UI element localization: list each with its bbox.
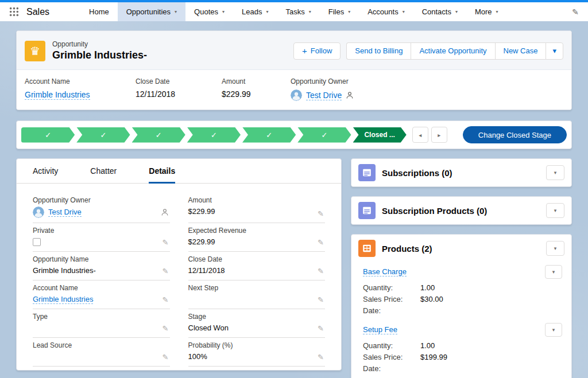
edit-pencil-icon[interactable]: ✎ (318, 324, 324, 333)
edit-pencil-icon[interactable]: ✎ (318, 267, 324, 275)
change-owner-icon[interactable] (346, 91, 354, 99)
highlight-label: Amount (222, 77, 283, 85)
path-stage-closed[interactable]: Closed ... (353, 127, 407, 143)
edit-pencil-icon[interactable]: ✎ (318, 209, 324, 218)
nav-tab-contacts[interactable]: Contacts▾ (413, 2, 466, 21)
subscription-products-title[interactable]: Subscription Products (0) (382, 206, 540, 216)
edit-pencil-icon[interactable]: ✎ (318, 353, 324, 361)
owner-link[interactable]: Test Drive (306, 91, 342, 100)
account-name-link[interactable]: Grimble Industries (33, 295, 93, 304)
follow-button[interactable]: + Follow (293, 42, 341, 60)
tab-chatter[interactable]: Chatter (90, 159, 117, 183)
activate-opportunity-button[interactable]: Activate Opportunity (411, 42, 494, 60)
header-actions: + Follow Send to Billing Activate Opport… (293, 42, 563, 60)
product-field-value: 1.00 (420, 283, 562, 292)
app-launcher-icon[interactable] (9, 7, 20, 17)
nav-tab-more[interactable]: More▾ (466, 2, 507, 21)
highlight-value: 12/11/2018 (136, 89, 214, 99)
chevron-down-icon[interactable]: ▾ (348, 9, 350, 14)
field-value: 12/11/2018 (188, 266, 312, 275)
nav-tab-leads[interactable]: Leads▾ (233, 2, 277, 21)
edit-pencil-icon[interactable]: ✎ (163, 238, 169, 247)
field-value (33, 323, 156, 333)
chevron-down-icon[interactable]: ▾ (455, 9, 458, 14)
nav-tab-opportunities[interactable]: Opportunities▾ (118, 2, 185, 21)
nav-tab-home[interactable]: Home (80, 2, 118, 21)
account-name-link[interactable]: Grimble Industries (25, 90, 90, 100)
subscription-products-actions-button[interactable]: ▾ (546, 203, 564, 218)
product-field-value: 1.00 (420, 341, 562, 350)
tab-activity[interactable]: Activity (33, 159, 58, 183)
check-icon: ✓ (211, 131, 217, 139)
edit-pencil-icon[interactable]: ✎ (163, 324, 169, 333)
nav-tab-label: Leads (242, 7, 262, 16)
check-icon: ✓ (321, 131, 327, 139)
nav-tab-accounts[interactable]: Accounts▾ (359, 2, 413, 21)
nav-tab-tasks[interactable]: Tasks▾ (277, 2, 319, 21)
path-stage-complete[interactable]: ✓ (297, 127, 351, 143)
nav-tab-bar: Home Opportunities▾ Quotes▾ Leads▾ Tasks… (80, 2, 572, 21)
send-to-billing-button[interactable]: Send to Billing (346, 42, 411, 60)
products-actions-button[interactable]: ▾ (546, 241, 564, 256)
subscriptions-card: Subscriptions (0) ▾ (351, 158, 572, 187)
new-case-button[interactable]: New Case (495, 42, 546, 60)
path-stage-complete[interactable]: ✓ (21, 127, 75, 143)
chevron-down-icon: ▾ (554, 208, 557, 213)
chevron-down-icon[interactable]: ▾ (175, 9, 177, 14)
chevron-down-icon[interactable]: ▾ (222, 9, 225, 14)
path-stage-complete[interactable]: ✓ (132, 127, 185, 143)
edit-pencil-icon[interactable]: ✎ (318, 295, 324, 304)
record-title: Grimble Industries- (52, 49, 147, 61)
opportunity-record-page: Sales Home Opportunities▾ Quotes▾ Leads▾… (0, 0, 588, 378)
product-field-label: Date: (363, 306, 420, 315)
more-actions-button[interactable]: ▾ (546, 42, 563, 60)
entity-label: Opportunity (52, 40, 147, 48)
product-link[interactable]: Setup Fee (363, 325, 397, 334)
check-icon: ✓ (266, 131, 272, 139)
edit-pencil-icon[interactable]: ✎ (318, 238, 324, 247)
change-owner-icon[interactable] (161, 208, 169, 218)
path-scroll-right-button[interactable]: ▸ (431, 127, 447, 143)
path-scroll-left-button[interactable]: ◂ (412, 127, 428, 143)
chevron-down-icon[interactable]: ▾ (309, 9, 311, 14)
highlight-label: Opportunity Owner (291, 77, 354, 85)
owner-value: Test Drive (291, 89, 354, 101)
edit-pencil-icon[interactable]: ✎ (163, 295, 169, 304)
field-value (188, 294, 312, 304)
path-stage-complete[interactable]: ✓ (242, 127, 296, 143)
chevron-down-icon[interactable]: ▾ (496, 9, 498, 14)
subscriptions-title[interactable]: Subscriptions (0) (382, 168, 540, 178)
tab-label: Details (149, 166, 175, 176)
change-closed-stage-button[interactable]: Change Closed Stage (463, 126, 567, 143)
path-stage-complete[interactable]: ✓ (187, 127, 241, 143)
tab-details[interactable]: Details (149, 159, 175, 183)
product-row-actions-button[interactable]: ▾ (545, 265, 562, 279)
field-opportunity-owner: Opportunity Owner Test Drive (33, 193, 170, 223)
nav-tab-files[interactable]: Files▾ (320, 2, 359, 21)
product-field-value (420, 306, 562, 315)
product-link[interactable]: Base Charge (363, 267, 407, 276)
nav-tab-label: Opportunities (126, 7, 171, 16)
owner-link[interactable]: Test Drive (48, 208, 82, 217)
chevron-down-icon[interactable]: ▾ (403, 9, 405, 14)
edit-nav-pencil-icon[interactable]: ✎ (572, 7, 579, 17)
field-label: Opportunity Name (33, 255, 156, 263)
product-row-actions-button[interactable]: ▾ (545, 323, 562, 337)
record-header-card: ♛ Opportunity Grimble Industries- + Foll… (16, 30, 572, 110)
path-stage-complete[interactable]: ✓ (76, 127, 130, 143)
private-checkbox[interactable] (33, 238, 41, 246)
product-field-value: $199.99 (420, 353, 562, 361)
owner-avatar (33, 206, 44, 218)
nav-tab-quotes[interactable]: Quotes▾ (185, 2, 233, 21)
highlight-label: Close Date (136, 77, 214, 85)
highlight-label: Account Name (25, 77, 127, 85)
chevron-down-icon[interactable]: ▾ (266, 9, 268, 14)
edit-pencil-icon[interactable]: ✎ (163, 267, 169, 275)
edit-pencil-icon[interactable]: ✎ (163, 353, 169, 361)
subscriptions-actions-button[interactable]: ▾ (546, 165, 564, 180)
field-value: Grimble Industries- (33, 266, 156, 275)
products-title[interactable]: Products (2) (382, 244, 540, 254)
product-field-value: $30.00 (420, 295, 562, 303)
field-amount: Amount $229.99 ✎ (188, 193, 326, 223)
subscription-products-icon (358, 202, 376, 219)
